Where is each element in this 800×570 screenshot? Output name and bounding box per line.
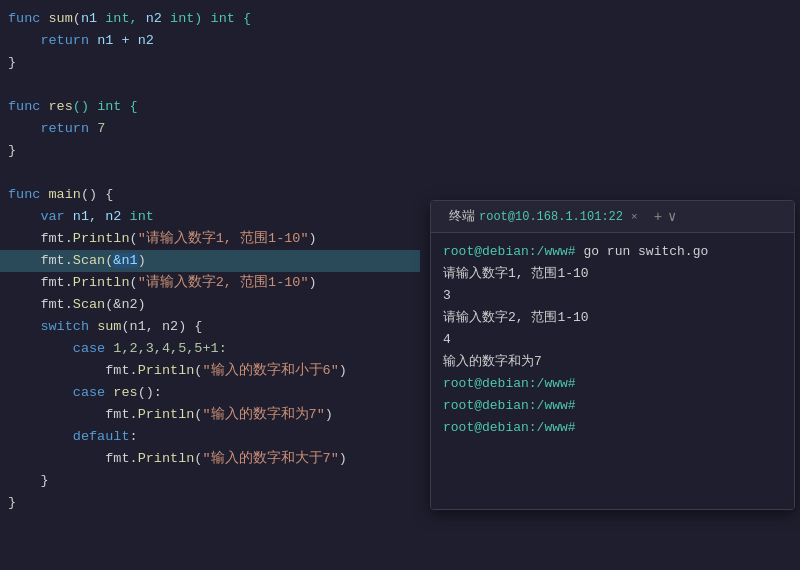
terminal-output: 请输入数字2, 范围1-10 [443,310,589,325]
code-token: case [73,385,114,400]
terminal-command: go run switch.go [576,244,709,259]
terminal-output: 输入的数字和为7 [443,354,542,369]
code-token: default [73,429,130,444]
terminal-tab-item[interactable]: 终端 root@10.168.1.101:22 × [439,201,648,233]
line-content: fmt.Println("输入的数字和小于6") [8,360,412,382]
code-token: res [113,385,137,400]
code-token: ( [73,11,81,26]
code-token: Println [73,275,130,290]
terminal-panel[interactable]: 终端 root@10.168.1.101:22 × + ∨ root@debia… [430,200,795,510]
code-token: sum [97,319,121,334]
code-token: Println [138,451,195,466]
code-token: 1,2,3,4,5,5+1: [113,341,226,356]
code-token: ( [130,231,138,246]
code-line: func res() int { [0,96,420,118]
code-token: return [8,33,97,48]
line-content: switch sum(n1, n2) { [8,316,412,338]
terminal-line: 4 [443,329,782,351]
code-line: } [0,492,420,514]
code-token: fmt. [8,451,138,466]
terminal-line: 请输入数字2, 范围1-10 [443,307,782,329]
code-token: (): [138,385,162,400]
line-content: return 7 [8,118,412,140]
code-token: "输入的数字和为7" [202,407,324,422]
terminal-menu-button[interactable]: ∨ [668,208,676,225]
code-token: (&n2) [105,297,146,312]
code-line: fmt.Println("输入的数字和小于6") [0,360,420,382]
code-token: fmt. [8,297,73,312]
line-content: fmt.Scan(&n2) [8,294,412,316]
code-token: "输入的数字和小于6" [202,363,338,378]
code-token [8,341,73,356]
terminal-prompt: root@debian:/www# [443,376,576,391]
code-line: fmt.Println("输入的数字和为7") [0,404,420,426]
line-content: func sum(n1 int, n2 int) int { [8,8,412,30]
code-editor[interactable]: func sum(n1 int, n2 int) int { return n1… [0,0,420,570]
code-token: ) [339,451,347,466]
code-token: (n1, n2) { [121,319,202,334]
code-token: &n1 [113,253,137,268]
code-token: n1 + n2 [97,33,154,48]
code-token: case [73,341,114,356]
code-line: fmt.Scan(&n1) [0,250,420,272]
code-token: return [8,121,97,136]
code-token: fmt. [8,363,138,378]
terminal-line: root@debian:/www# go run switch.go [443,241,782,263]
code-line: switch sum(n1, n2) { [0,316,420,338]
code-token: "请输入数字2, 范围1-10" [138,275,309,290]
code-token: Println [73,231,130,246]
code-line: } [0,52,420,74]
line-content: var n1, n2 int [8,206,412,228]
code-line [0,74,420,96]
code-line: var n1, n2 int [0,206,420,228]
code-token: n1 [81,11,97,26]
code-token: Scan [73,297,105,312]
code-token: "请输入数字1, 范围1-10" [138,231,309,246]
code-token: fmt. [8,407,138,422]
code-token [8,209,40,224]
code-token: n1, n2 [65,209,130,224]
code-token: switch [40,319,97,334]
code-line: func main() { [0,184,420,206]
code-token: sum [49,11,73,26]
terminal-tab-host: root@10.168.1.101:22 [479,210,623,224]
line-content: } [8,470,412,492]
terminal-output: 请输入数字1, 范围1-10 [443,266,589,281]
terminal-line: root@debian:/www# [443,373,782,395]
code-token: res [49,99,73,114]
code-token: ( [130,275,138,290]
code-token: fmt. [8,275,73,290]
code-token: "输入的数字和大于7" [202,451,338,466]
terminal-tab-actions: + ∨ [654,208,677,225]
terminal-tab-close[interactable]: × [631,211,638,223]
line-content: fmt.Println("请输入数字2, 范围1-10") [8,272,412,294]
terminal-prompt: root@debian:/www# [443,420,576,435]
code-token: } [8,473,49,488]
code-token: } [8,495,16,510]
terminal-line: root@debian:/www# [443,395,782,417]
terminal-line: 请输入数字1, 范围1-10 [443,263,782,285]
code-token: 7 [97,121,105,136]
code-token: func [8,99,49,114]
code-token: ) [339,363,347,378]
line-content: func res() int { [8,96,412,118]
code-line: } [0,470,420,492]
terminal-output: 4 [443,332,451,347]
code-token: : [130,429,138,444]
code-token: ) [138,253,146,268]
code-token: n2 [146,11,162,26]
code-line: return n1 + n2 [0,30,420,52]
line-content: case res(): [8,382,412,404]
code-token [8,385,73,400]
terminal-tab-bar: 终端 root@10.168.1.101:22 × + ∨ [431,201,794,233]
terminal-add-button[interactable]: + [654,209,662,225]
line-content: default: [8,426,412,448]
code-line: fmt.Scan(&n2) [0,294,420,316]
code-line: case res(): [0,382,420,404]
code-token: ) [325,407,333,422]
terminal-prompt: root@debian:/www# [443,398,576,413]
code-line: } [0,140,420,162]
code-line: default: [0,426,420,448]
code-line: case 1,2,3,4,5,5+1: [0,338,420,360]
code-token: Println [138,407,195,422]
